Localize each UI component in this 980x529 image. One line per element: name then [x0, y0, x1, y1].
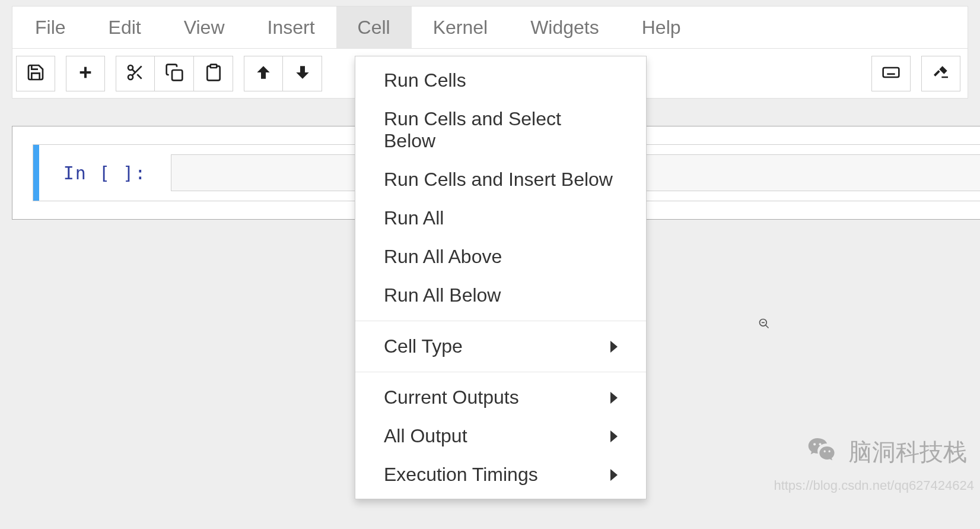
menu-widgets[interactable]: Widgets — [509, 7, 621, 48]
menu-divider — [355, 321, 646, 321]
watermark-url: https://blog.csdn.net/qq627424624 — [774, 478, 974, 493]
svg-rect-9 — [883, 68, 899, 77]
chevron-right-icon — [610, 469, 618, 481]
menu-run-all[interactable]: Run All — [355, 199, 646, 237]
chevron-right-icon — [610, 341, 618, 353]
cell-selection-indicator — [33, 145, 39, 201]
command-palette-button[interactable] — [871, 56, 911, 91]
menu-kernel[interactable]: Kernel — [412, 7, 510, 48]
cell-prompt: In [ ]: — [39, 145, 171, 201]
menu-insert[interactable]: Insert — [246, 7, 336, 48]
toolbar-group-right2 — [921, 56, 960, 91]
move-up-button[interactable] — [244, 56, 283, 91]
jupyter-notebook-app: File Edit View Insert Cell Kernel Widget… — [0, 6, 980, 529]
menu-help[interactable]: Help — [621, 7, 702, 48]
svg-line-17 — [766, 325, 769, 328]
copy-icon — [165, 63, 184, 84]
menu-file[interactable]: File — [12, 7, 87, 48]
arrow-up-icon — [254, 63, 273, 84]
menu-run-all-above[interactable]: Run All Above — [355, 237, 646, 276]
plus-icon — [76, 63, 95, 84]
save-button[interactable] — [16, 56, 55, 91]
cut-button[interactable] — [116, 56, 155, 91]
move-down-button[interactable] — [283, 56, 322, 91]
svg-line-5 — [137, 74, 141, 78]
arrow-down-icon — [293, 63, 312, 84]
cell-dropdown-menu: Run Cells Run Cells and Select Below Run… — [355, 56, 647, 499]
menu-current-outputs[interactable]: Current Outputs — [355, 378, 646, 417]
watermark: 脑洞科技栈 — [806, 434, 967, 470]
toolbar-group-right1 — [871, 56, 911, 91]
svg-line-6 — [132, 69, 135, 72]
keyboard-icon — [882, 63, 901, 84]
toolbar-group-save — [16, 56, 55, 91]
toolbar-group-move — [244, 56, 322, 91]
menu-divider — [355, 372, 646, 372]
menu-view[interactable]: View — [163, 7, 246, 48]
menu-run-cells[interactable]: Run Cells — [355, 61, 646, 100]
svg-point-3 — [128, 75, 133, 80]
zoom-out-cursor-icon — [758, 318, 770, 332]
menu-cell-type[interactable]: Cell Type — [355, 327, 646, 366]
watermark-text: 脑洞科技栈 — [848, 436, 967, 468]
menubar: File Edit View Insert Cell Kernel Widget… — [12, 6, 968, 49]
gavel-icon — [931, 63, 950, 84]
chevron-right-icon — [610, 430, 618, 442]
svg-rect-8 — [210, 64, 217, 67]
toolbar-group-add — [66, 56, 105, 91]
menu-edit[interactable]: Edit — [87, 7, 163, 48]
wechat-icon — [806, 434, 839, 470]
toolbar-group-clipboard — [116, 56, 233, 91]
gavel-button[interactable] — [921, 56, 960, 91]
menu-cell[interactable]: Cell — [336, 7, 412, 48]
menu-execution-timings[interactable]: Execution Timings — [355, 455, 646, 494]
chevron-right-icon — [610, 392, 618, 404]
menu-all-output[interactable]: All Output — [355, 417, 646, 455]
paste-icon — [204, 63, 223, 84]
menu-run-all-below[interactable]: Run All Below — [355, 276, 646, 315]
menu-run-cells-insert-below[interactable]: Run Cells and Insert Below — [355, 160, 646, 199]
menu-run-cells-select-below[interactable]: Run Cells and Select Below — [355, 100, 646, 160]
copy-button[interactable] — [155, 56, 194, 91]
svg-rect-7 — [172, 70, 182, 80]
add-cell-button[interactable] — [66, 56, 105, 91]
paste-button[interactable] — [194, 56, 233, 91]
svg-point-2 — [128, 65, 133, 70]
save-icon — [26, 63, 45, 84]
scissors-icon — [126, 63, 145, 84]
